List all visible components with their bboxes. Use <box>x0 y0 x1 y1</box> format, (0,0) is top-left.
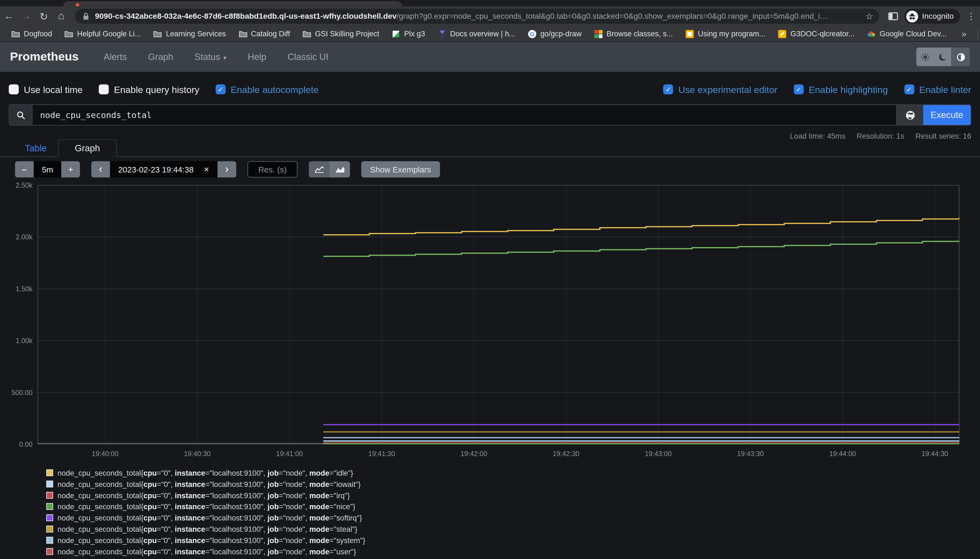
legend-metric: node_cpu_seconds_total{cpu="0", instance… <box>58 524 357 533</box>
bookmark-item[interactable]: Google Cloud Dev... <box>862 27 951 41</box>
bookmark-item[interactable]: Helpful Google Li... <box>60 27 146 41</box>
theme-toggle <box>916 48 970 66</box>
range-increase-button[interactable]: + <box>61 161 80 177</box>
bookmark-item[interactable]: GSI Skilling Project <box>297 27 384 41</box>
nav-item-status[interactable]: Status▾ <box>195 52 226 62</box>
range-decrease-button[interactable]: − <box>15 161 34 177</box>
checkbox-enable-linter[interactable]: ✓Enable linter <box>904 84 971 95</box>
bookmark-item[interactable]: G3DOC-qlcreator... <box>773 27 859 41</box>
legend-swatch <box>46 469 53 476</box>
legend-row[interactable]: node_cpu_seconds_total{cpu="0", instance… <box>46 480 365 488</box>
clear-time-icon[interactable]: ✕ <box>203 165 209 174</box>
browser-active-tab[interactable] <box>63 2 402 6</box>
legend-swatch <box>46 503 53 510</box>
bookmark-item[interactable]: Learning Services <box>148 27 231 41</box>
legend-metric: node_cpu_seconds_total{cpu="0", instance… <box>58 513 362 522</box>
bookmark-label: Using my program... <box>698 30 765 38</box>
bookmark-label: GSI Skilling Project <box>315 30 379 38</box>
folder-icon <box>302 30 311 38</box>
checkbox-checked-icon[interactable]: ✓ <box>216 84 226 94</box>
yellow-doc-icon <box>685 30 694 38</box>
home-button[interactable]: ⌂ <box>53 7 70 25</box>
bookmark-star-icon[interactable]: ☆ <box>866 11 874 21</box>
bookmark-item[interactable]: Docs overview | h... <box>433 27 520 41</box>
legend-row[interactable]: node_cpu_seconds_total{cpu="0", instance… <box>46 502 365 511</box>
range-input[interactable]: 5m <box>34 161 61 177</box>
y-axis-tick-label: 1.00k <box>0 337 33 344</box>
reload-button[interactable]: ↻ <box>35 7 53 25</box>
x-axis-tick-label: 19:44:00 <box>818 450 868 458</box>
back-button[interactable]: ← <box>0 7 18 25</box>
bookmark-item[interactable]: Dogfood <box>6 27 57 41</box>
legend-metric: node_cpu_seconds_total{cpu="0", instance… <box>58 491 350 499</box>
checkbox-unchecked-icon[interactable] <box>99 84 109 94</box>
legend-row[interactable]: node_cpu_seconds_total{cpu="0", instance… <box>46 469 365 477</box>
url-path: /graph?g0.expr=node_cpu_seconds_total&g0… <box>397 12 828 21</box>
checkbox-checked-icon[interactable]: ✓ <box>663 84 673 94</box>
checkbox-enable-autocomplete[interactable]: ✓Enable autocomplete <box>216 84 319 95</box>
search-icon <box>9 105 33 125</box>
legend-row[interactable]: node_cpu_seconds_total{cpu="0", instance… <box>46 491 365 499</box>
bookmark-item[interactable]: Browse classes, s... <box>589 27 678 41</box>
checkbox-label: Enable linter <box>919 84 971 95</box>
time-back-button[interactable]: ‹ <box>91 161 110 177</box>
plot-area[interactable] <box>37 185 959 444</box>
time-forward-button[interactable]: › <box>218 161 236 177</box>
checkbox-checked-icon[interactable]: ✓ <box>904 84 914 94</box>
checkbox-unchecked-icon[interactable] <box>9 84 19 94</box>
tab-graph[interactable]: Graph <box>58 139 117 157</box>
chart-type-toggle <box>309 161 350 177</box>
bookmark-item[interactable]: Plx g3 <box>387 27 430 41</box>
side-panel-icon[interactable] <box>884 7 902 25</box>
legend-row[interactable]: node_cpu_seconds_total{cpu="0", instance… <box>46 514 365 522</box>
forward-button[interactable]: → <box>18 7 35 25</box>
checkbox-enable-highlighting[interactable]: ✓Enable highlighting <box>794 84 888 95</box>
execute-button[interactable]: Execute <box>923 105 971 125</box>
resolution-input[interactable]: Res. (s) <box>248 161 298 177</box>
theme-dark-button[interactable] <box>934 48 951 66</box>
bookmarks-overflow-chevron[interactable]: » <box>957 27 972 41</box>
checkbox-label: Enable highlighting <box>808 84 888 95</box>
chart-area: 0.00500.001.00k1.50k2.00k2.50k19:40:0019… <box>0 182 980 463</box>
datetime-input[interactable]: 2023-02-23 19:44:38✕ <box>110 161 218 177</box>
y-axis-tick-label: 2.00k <box>0 233 33 240</box>
checkbox-enable-query-history[interactable]: Enable query history <box>99 84 199 95</box>
nav-item-help[interactable]: Help <box>248 52 266 62</box>
chart-svg <box>37 185 959 444</box>
checkbox-checked-icon[interactable]: ✓ <box>794 84 804 94</box>
series-line-mode-system <box>323 437 959 438</box>
browser-menu-icon[interactable]: ⋮ <box>962 7 980 25</box>
bookmark-item[interactable]: Catalog Diff <box>233 27 295 41</box>
line-chart-icon[interactable] <box>309 161 329 177</box>
legend-row[interactable]: node_cpu_seconds_total{cpu="0", instance… <box>46 536 365 544</box>
checkbox-use-experimental-editor[interactable]: ✓Use experimental editor <box>663 84 777 95</box>
legend-row[interactable]: node_cpu_seconds_total{cpu="0", instance… <box>46 547 365 556</box>
incognito-icon <box>907 10 918 22</box>
theme-light-button[interactable] <box>916 48 934 66</box>
legend-row[interactable]: node_cpu_seconds_total{cpu="0", instance… <box>46 525 365 533</box>
x-axis-tick-label: 19:41:30 <box>357 450 407 458</box>
nav-item-alerts[interactable]: Alerts <box>104 52 127 62</box>
show-exemplars-button[interactable]: Show Exemplars <box>361 161 440 177</box>
metrics-explorer-icon[interactable] <box>896 105 923 125</box>
nav-item-classic-ui[interactable]: Classic UI <box>288 52 328 62</box>
incognito-badge[interactable]: Incognito <box>905 9 960 24</box>
stacked-chart-icon[interactable] <box>329 161 350 177</box>
folder-icon <box>154 30 162 38</box>
bookmark-item[interactable]: Using my program... <box>680 27 770 41</box>
bookmark-item[interactable]: Ggo/gcp-draw <box>523 27 587 41</box>
range-control: − 5m + <box>15 161 80 177</box>
theme-auto-button[interactable] <box>951 48 970 66</box>
prometheus-brand[interactable]: Prometheus <box>10 50 78 64</box>
y-axis-tick-label: 0.00 <box>0 441 33 448</box>
checkbox-label: Use experimental editor <box>678 84 777 95</box>
bookmarks-bar: DogfoodHelpful Google Li...Learning Serv… <box>0 26 980 42</box>
x-axis-tick-label: 19:43:00 <box>633 450 683 458</box>
address-bar[interactable]: 9090-cs-342abce8-032a-4e6c-87d6-c8f8babd… <box>75 9 879 24</box>
tab-table[interactable]: Table <box>15 140 57 156</box>
y-axis-tick-label: 2.50k <box>0 181 33 189</box>
expression-input[interactable] <box>33 105 896 125</box>
bookmark-label: Catalog Diff <box>251 30 290 38</box>
checkbox-use-local-time[interactable]: Use local time <box>9 84 83 95</box>
nav-item-graph[interactable]: Graph <box>148 52 174 62</box>
